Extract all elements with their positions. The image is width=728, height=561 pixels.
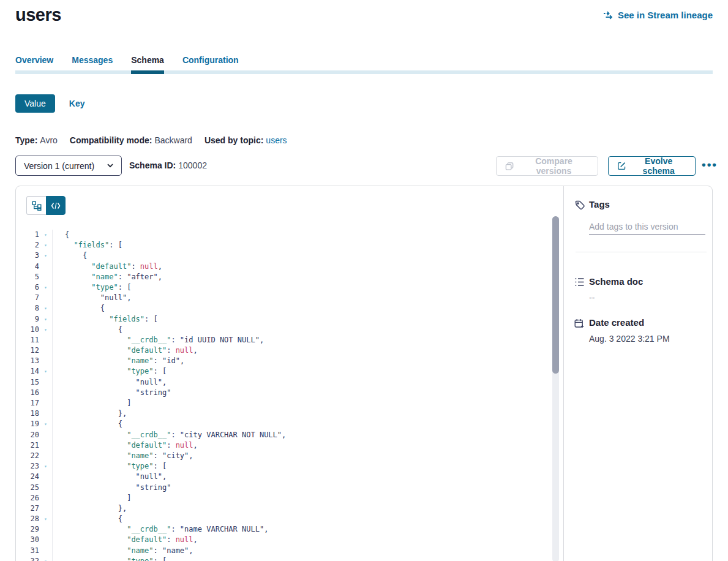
version-select[interactable]: Version 1 (current)	[15, 156, 122, 176]
fold-spacer	[39, 377, 52, 388]
type-value: Avro	[40, 135, 58, 145]
code-line: 19▾ {	[16, 419, 563, 429]
code-text: {	[52, 325, 563, 335]
code-text: },	[52, 503, 563, 514]
line-number: 18	[16, 409, 39, 419]
code-line: 17 ]	[16, 398, 563, 409]
code-text: {	[52, 230, 563, 240]
code-text: "fields": [	[52, 240, 563, 250]
fold-spacer	[39, 546, 52, 556]
line-number: 27	[16, 503, 39, 514]
line-number: 30	[16, 535, 39, 545]
code-text: "type": [	[52, 282, 563, 293]
stream-lineage-label: See in Stream lineage	[618, 10, 713, 20]
code-text: "type": [	[52, 461, 563, 472]
code-line: 3▾ {	[16, 250, 563, 261]
fold-spacer	[39, 535, 52, 545]
schema-doc-value: --	[589, 293, 595, 303]
code-line: 29 "__crdb__": "name VARCHAR NULL",	[16, 524, 563, 535]
code-text: {	[52, 250, 563, 261]
fold-spacer	[39, 483, 52, 493]
tags-input[interactable]	[589, 218, 705, 235]
code-line: 8▾ {	[16, 303, 563, 314]
line-number: 14	[16, 366, 39, 377]
fold-toggle-icon[interactable]: ▾	[39, 230, 52, 240]
stream-lineage-link[interactable]: See in Stream lineage	[603, 10, 713, 20]
evolve-schema-label: Evolve schema	[631, 156, 686, 176]
line-number: 32	[16, 556, 39, 561]
fold-toggle-icon[interactable]: ▾	[39, 303, 52, 314]
line-number: 25	[16, 483, 39, 493]
fold-spacer	[39, 262, 52, 272]
fold-spacer	[39, 451, 52, 461]
compare-versions-label: Compare versions	[519, 156, 589, 176]
tags-heading: Tags	[589, 199, 610, 209]
code-line: 26 ]	[16, 493, 563, 503]
fold-toggle-icon[interactable]: ▾	[39, 282, 52, 293]
fold-spacer	[39, 335, 52, 345]
code-text: "__crdb__": "id UUID NOT NULL",	[52, 335, 563, 345]
fold-toggle-icon[interactable]: ▾	[39, 250, 52, 261]
fold-toggle-icon[interactable]: ▾	[39, 419, 52, 429]
version-select-value: Version 1 (current)	[24, 161, 94, 171]
tree-view-button[interactable]	[26, 196, 46, 215]
compare-icon	[505, 162, 514, 171]
schema-id-label: Schema ID:	[129, 160, 176, 170]
line-number: 19	[16, 419, 39, 429]
line-number: 5	[16, 272, 39, 282]
fold-toggle-icon[interactable]: ▾	[39, 514, 52, 524]
value-tab-button[interactable]: Value	[15, 94, 55, 113]
line-number: 15	[16, 377, 39, 388]
fold-toggle-icon[interactable]: ▾	[39, 325, 52, 335]
code-text: "null",	[52, 377, 563, 388]
code-line: 21 "default": null,	[16, 440, 563, 451]
tab-configuration[interactable]: Configuration	[182, 54, 239, 74]
chevron-down-icon	[107, 164, 113, 168]
fold-toggle-icon[interactable]: ▾	[39, 366, 52, 377]
code-text: },	[52, 409, 563, 419]
fold-toggle-icon[interactable]: ▾	[39, 556, 52, 561]
fold-spacer	[39, 388, 52, 398]
code-line: 14▾ "type": [	[16, 366, 563, 377]
tab-schema[interactable]: Schema	[131, 54, 164, 74]
line-number: 17	[16, 398, 39, 409]
key-tab-link[interactable]: Key	[69, 99, 85, 108]
compatibility-value: Backward	[154, 135, 192, 145]
code-view-button[interactable]	[46, 196, 66, 215]
schema-meta-row: Type:Avro Compatibility mode:Backward Us…	[15, 135, 287, 145]
code-scrollbar-thumb[interactable]	[552, 216, 559, 374]
code-text: "null",	[52, 293, 563, 303]
more-actions-button[interactable]: •••	[699, 154, 720, 175]
evolve-schema-button[interactable]: Evolve schema	[608, 156, 696, 176]
fold-toggle-icon[interactable]: ▾	[39, 240, 52, 250]
schema-panel: 1▾{2▾ "fields": [3▾ {4 "default": null,5…	[15, 186, 713, 561]
code-text: ]	[52, 493, 563, 503]
fold-spacer	[39, 272, 52, 282]
fold-spacer	[39, 409, 52, 419]
code-line: 13 "name": "id",	[16, 356, 563, 366]
code-scrollbar[interactable]	[552, 216, 559, 561]
code-line: 22 "name": "city",	[16, 451, 563, 461]
compare-versions-button[interactable]: Compare versions	[496, 156, 598, 176]
code-line: 11 "__crdb__": "id UUID NOT NULL",	[16, 335, 563, 345]
line-number: 4	[16, 262, 39, 272]
tab-overview[interactable]: Overview	[15, 54, 53, 74]
fold-toggle-icon[interactable]: ▾	[39, 461, 52, 472]
code-text: "fields": [	[52, 314, 563, 325]
line-number: 2	[16, 240, 39, 250]
code-line: 10▾ {	[16, 325, 563, 335]
date-created-value: Aug. 3 2022 3:21 PM	[589, 334, 670, 344]
code-text: "null",	[52, 472, 563, 482]
code-line: 18 },	[16, 409, 563, 419]
line-number: 7	[16, 293, 39, 303]
fold-spacer	[39, 524, 52, 535]
fold-toggle-icon[interactable]: ▾	[39, 314, 52, 325]
line-number: 3	[16, 250, 39, 261]
calendar-add-icon	[574, 318, 584, 328]
code-text: {	[52, 303, 563, 314]
code-text: "name": "id",	[52, 356, 563, 366]
topic-link[interactable]: users	[266, 135, 287, 145]
code-line: 15 "null",	[16, 377, 563, 388]
tab-messages[interactable]: Messages	[72, 54, 113, 74]
code-line: 6▾ "type": [	[16, 282, 563, 293]
